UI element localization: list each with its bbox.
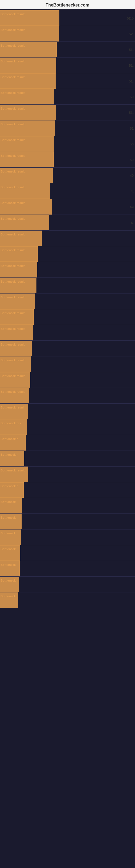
bar-row: Bottleneck result52. [0,26,135,42]
bar-row: Bottleneck result [0,293,135,309]
bar-label: Bottleneck res [1,422,21,425]
bar-label: Bottleneck [1,532,16,535]
bar-label: Bottleneck [1,547,16,551]
bar-label: Bottleneck r [1,453,18,456]
bar-value: 52. [129,32,134,36]
bar-label: Bottleneck result [1,217,25,220]
bar-row: Bottleneck r [0,592,135,608]
bar-label: Bottleneck result [1,28,25,31]
bar-label: Bottleneck [1,579,16,582]
bar-value: 49 [130,205,134,209]
bar-row: Bottleneck result4. [0,215,135,230]
bar-value: 52.5 [127,16,134,20]
bar-row: Bottleneck result49 [0,199,135,215]
bar-row: Bottleneck result50 [0,89,135,105]
bar-value: 49 [130,173,134,177]
bar-label: Bottleneck result [1,107,25,110]
bar-label: Bottleneck result [1,138,25,142]
bar-row: Bottleneck result51 [0,120,135,136]
bar-row: Bottleneck result [0,278,135,293]
bar-row: Bottleneck result4. [0,183,135,199]
chart-container: Bottleneck result52.5Bottleneck result52… [0,9,135,610]
bar-label: Bottleneck result [1,311,25,315]
bar-row: Bottleneck result50 [0,152,135,167]
bar-row: Bottleneck r [0,451,135,467]
site-header: TheBottlenecker.com [0,0,135,9]
bar-label: Bottleneck r [1,437,18,440]
bar-row: Bottleneck result52.5 [0,10,135,26]
bar-label: Bottleneck result [1,343,25,346]
bar-label: Bottleneck result [1,12,25,16]
bar-row: Bottleneck result [0,372,135,388]
bar-label: Bottleneck result [1,233,25,236]
bar-label: Bottleneck result [1,264,25,268]
bar-label: Bottleneck result [1,60,25,63]
bar-label: Bottleneck resul [1,406,24,409]
bar-row: Bottleneck result [0,356,135,372]
bar-row: Bottleneck result51. [0,58,135,73]
bar-label: Bottleneck [1,500,16,503]
bar-row: Bottleneck result [0,230,135,246]
bar-row: Bottleneck result [0,325,135,341]
bar-row: Bottleneck res [0,420,135,435]
bar-label: Bottleneck result [1,374,25,378]
bar-row: Bottleneck [0,561,135,577]
bar-label: Bottleneck result [1,359,25,362]
bar-row: Bottleneck result [0,467,135,482]
bar-label: Bottleneck result [1,91,25,94]
bar-row: Bottleneck result51. [0,73,135,89]
bar-label: Bottleneck result [1,469,25,472]
bar-value: 51. [129,48,134,52]
bar-row: Bottleneck result51. [0,105,135,120]
bar-row: Bottleneck result50 [0,136,135,152]
bar-label: Bottleneck r [1,595,18,598]
bar-row: Bottleneck result [0,262,135,278]
bar-row: Bottleneck result51. [0,42,135,58]
bar-label: Bottleneck result [1,44,25,47]
bar-label: Bottleneck [1,516,16,519]
bar-row: Bottleneck result49 [0,167,135,183]
bar-row: Bottleneck r [0,482,135,498]
bar-label: Bottleneck result [1,248,25,252]
bar-label: Bottleneck result [1,327,25,330]
bar-label: Bottleneck result [1,75,25,79]
bar-label: Bottleneck result [1,201,25,205]
bar-value: 51. [129,63,134,67]
bar-label: Bottleneck result [1,170,25,173]
bar-label: Bottleneck result [1,154,25,157]
bar-row: Bottleneck r [0,435,135,451]
bar-label: Bottleneck result [1,390,25,393]
bar-label: Bottleneck r [1,485,18,488]
bar-row: Bottleneck result [0,309,135,325]
bar-row: Bottleneck [0,577,135,592]
bar-row: Bottleneck result [0,246,135,262]
bar-label: Bottleneck result [1,123,25,126]
bar-label: Bottleneck [1,563,16,566]
bar-row: Bottleneck result [0,341,135,356]
bar-value: 4. [131,189,134,193]
bar-value: 51 [130,126,134,130]
bar-row: Bottleneck [0,514,135,529]
bar-value: 50 [130,158,134,162]
bar-value: 4. [131,220,134,225]
bar-row: Bottleneck resul [0,404,135,420]
bar-label: Bottleneck result [1,186,25,189]
bar-row: Bottleneck [0,529,135,545]
bar-label: Bottleneck result [1,280,25,283]
bar-value: 51. [129,79,134,83]
bar-value: 50 [130,142,134,146]
bar-label: Bottleneck result [1,296,25,299]
bar-row: Bottleneck [0,545,135,561]
bar-row: Bottleneck result [0,388,135,404]
bar-value: 50 [130,95,134,99]
bar-value: 51. [129,111,134,115]
bar-row: Bottleneck [0,498,135,514]
